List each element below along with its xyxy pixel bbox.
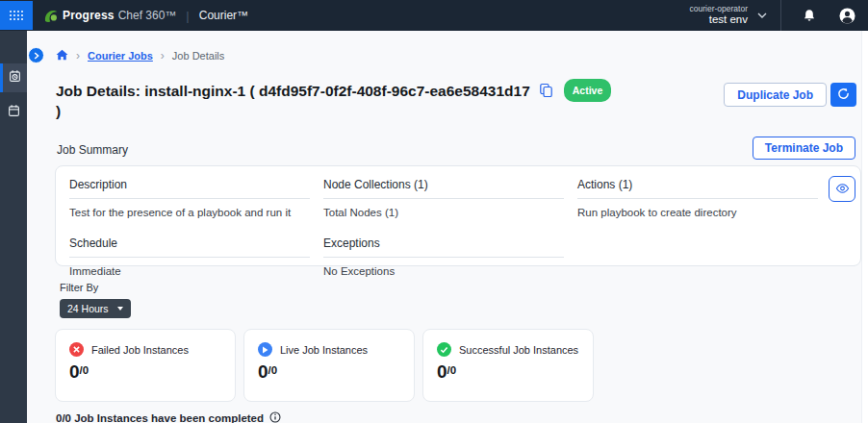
breadcrumb-separator: ›: [161, 49, 165, 62]
top-bar: Progress Chef 360™ | Courier™ courier-op…: [0, 0, 868, 31]
copy-job-id-icon[interactable]: [539, 83, 553, 98]
summary-node-collections-label: Node Collections (1): [323, 168, 564, 199]
left-nav-rail: [0, 31, 27, 423]
successful-instances-count: 0/0: [437, 361, 593, 383]
info-icon[interactable]: [269, 411, 281, 423]
failed-instances-card: Failed Job Instances 0/0: [55, 329, 236, 402]
app-launcher-button[interactable]: [0, 1, 33, 30]
calendar-icon: [7, 104, 21, 122]
breadcrumb: › Courier Jobs › Job Details: [56, 49, 224, 62]
summary-actions-value: Run playbook to create directory: [577, 199, 818, 227]
summary-empty-cell: [577, 227, 818, 258]
progress-swirl-icon: [43, 9, 58, 23]
job-title-block: Job Details: install-nginx-1 ( d4fd95f7-…: [56, 79, 768, 120]
view-details-button[interactable]: [829, 176, 855, 202]
tenant-switcher[interactable]: courier-operator test env: [690, 4, 748, 27]
vertical-scrollbar[interactable]: [861, 31, 868, 423]
main-content: › Courier Jobs › Job Details Job Details…: [27, 31, 868, 423]
brand-product-text: Courier™: [199, 9, 248, 22]
summary-schedule-label: Schedule: [69, 227, 310, 258]
page-title: Job Details: install-nginx-1 ( d4fd95f7-…: [56, 79, 768, 102]
status-badge: Active: [564, 79, 612, 102]
breadcrumb-courier-jobs-link[interactable]: Courier Jobs: [88, 50, 153, 62]
filter-by-label: Filter By: [60, 282, 98, 293]
summary-exceptions-value: No Exceptions: [323, 258, 564, 286]
completion-status-text: 0/0 Job Instances have been completed: [56, 411, 281, 423]
sidebar-item-schedules[interactable]: [0, 98, 27, 127]
brand-chef-text: Chef 360™: [118, 9, 177, 22]
summary-empty-cell: [577, 258, 818, 286]
notifications-bell-icon[interactable]: [803, 8, 816, 23]
success-check-icon: [437, 342, 451, 357]
job-summary-heading: Job Summary: [57, 143, 128, 157]
refresh-button[interactable]: [830, 83, 856, 107]
terminate-job-button[interactable]: Terminate Job: [753, 137, 855, 160]
live-instances-count: 0/0: [258, 361, 414, 383]
brand-progress-text: Progress: [63, 9, 115, 22]
chevron-down-icon[interactable]: [757, 12, 767, 18]
environment-text: test env: [690, 13, 748, 27]
failed-instances-count: 0/0: [69, 361, 235, 383]
summary-actions-label: Actions (1): [577, 168, 818, 199]
top-bar-right: courier-operator test env: [690, 0, 868, 31]
job-summary-card: Description Node Collections (1) Actions…: [55, 165, 861, 266]
brand-divider: |: [186, 9, 189, 23]
job-instance-stats-row: Failed Job Instances 0/0 Live Job Instan…: [55, 329, 594, 402]
page-title-text: Job Details: install-nginx-1 ( d4fd95f7-…: [56, 83, 530, 99]
failed-instances-label: Failed Job Instances: [91, 344, 189, 356]
clipboard-clock-icon: [8, 69, 22, 87]
eye-icon: [835, 181, 850, 198]
time-range-dropdown[interactable]: 24 Hours: [60, 299, 131, 318]
top-bar-divider: [780, 0, 781, 31]
completion-status-label: 0/0 Job Instances have been completed: [56, 412, 264, 423]
successful-instances-card: Successful Job Instances 0/0: [422, 329, 594, 402]
brand-logo: Progress Chef 360™ | Courier™: [43, 9, 248, 23]
breadcrumb-separator: ›: [76, 49, 80, 62]
summary-schedule-value: Immediate: [69, 258, 310, 286]
waffle-grid-icon: [10, 11, 23, 20]
summary-description-label: Description: [69, 168, 310, 199]
title-action-buttons: Duplicate Job: [724, 83, 856, 107]
summary-node-collections-value: Total Nodes (1): [323, 199, 564, 227]
breadcrumb-current-page: Job Details: [172, 50, 224, 62]
user-avatar-icon[interactable]: [839, 8, 855, 24]
home-icon[interactable]: [56, 49, 68, 62]
summary-exceptions-label: Exceptions: [323, 227, 564, 258]
chef-360-courier-screen: Progress Chef 360™ | Courier™ courier-op…: [0, 0, 868, 423]
sidebar-expand-toggle[interactable]: [28, 47, 44, 63]
summary-description-value: Test for the presence of a playbook and …: [69, 199, 310, 227]
dropdown-caret-icon: [117, 307, 123, 311]
live-instances-card: Live Job Instances 0/0: [243, 329, 415, 402]
successful-instances-label: Successful Job Instances: [459, 344, 578, 356]
duplicate-job-button[interactable]: Duplicate Job: [724, 83, 827, 107]
time-range-selected-value: 24 Hours: [67, 303, 109, 314]
user-role-text: courier-operator: [690, 4, 748, 13]
failed-x-icon: [69, 342, 84, 357]
refresh-icon: [837, 87, 850, 103]
sidebar-item-courier-jobs[interactable]: [0, 63, 27, 92]
live-play-icon: [258, 342, 272, 357]
live-instances-label: Live Job Instances: [280, 344, 368, 356]
job-summary-grid: Description Node Collections (1) Actions…: [69, 168, 818, 286]
page-title-wrap: ): [56, 102, 768, 120]
